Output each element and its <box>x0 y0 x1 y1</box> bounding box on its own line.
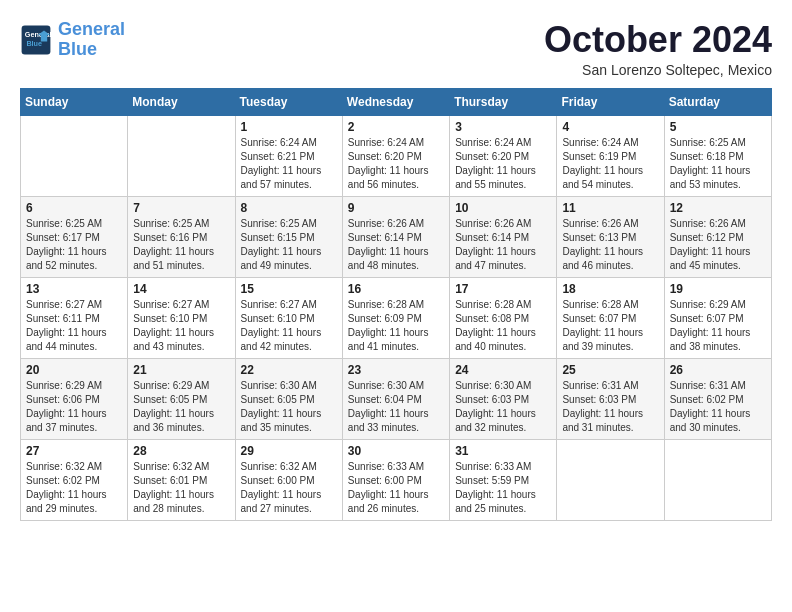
logo-icon: General Blue <box>20 24 52 56</box>
page-header: General Blue General Blue October 2024 S… <box>20 20 772 78</box>
day-number: 24 <box>455 363 551 377</box>
day-number: 27 <box>26 444 122 458</box>
calendar-cell <box>128 115 235 196</box>
calendar-cell: 30Sunrise: 6:33 AM Sunset: 6:00 PM Dayli… <box>342 439 449 520</box>
day-info: Sunrise: 6:27 AM Sunset: 6:11 PM Dayligh… <box>26 298 122 354</box>
calendar-cell <box>664 439 771 520</box>
day-number: 14 <box>133 282 229 296</box>
day-info: Sunrise: 6:28 AM Sunset: 6:09 PM Dayligh… <box>348 298 444 354</box>
calendar-cell: 15Sunrise: 6:27 AM Sunset: 6:10 PM Dayli… <box>235 277 342 358</box>
day-number: 23 <box>348 363 444 377</box>
calendar-cell: 28Sunrise: 6:32 AM Sunset: 6:01 PM Dayli… <box>128 439 235 520</box>
header-row: SundayMondayTuesdayWednesdayThursdayFrid… <box>21 88 772 115</box>
day-info: Sunrise: 6:25 AM Sunset: 6:15 PM Dayligh… <box>241 217 337 273</box>
day-number: 4 <box>562 120 658 134</box>
calendar-cell: 3Sunrise: 6:24 AM Sunset: 6:20 PM Daylig… <box>450 115 557 196</box>
day-number: 20 <box>26 363 122 377</box>
location-subtitle: San Lorenzo Soltepec, Mexico <box>544 62 772 78</box>
calendar-cell: 7Sunrise: 6:25 AM Sunset: 6:16 PM Daylig… <box>128 196 235 277</box>
day-number: 11 <box>562 201 658 215</box>
calendar-cell: 24Sunrise: 6:30 AM Sunset: 6:03 PM Dayli… <box>450 358 557 439</box>
calendar-cell: 23Sunrise: 6:30 AM Sunset: 6:04 PM Dayli… <box>342 358 449 439</box>
day-number: 19 <box>670 282 766 296</box>
calendar-cell: 6Sunrise: 6:25 AM Sunset: 6:17 PM Daylig… <box>21 196 128 277</box>
day-info: Sunrise: 6:24 AM Sunset: 6:21 PM Dayligh… <box>241 136 337 192</box>
day-number: 6 <box>26 201 122 215</box>
logo-blue: Blue <box>58 39 97 59</box>
day-number: 16 <box>348 282 444 296</box>
calendar-cell <box>21 115 128 196</box>
calendar-cell: 14Sunrise: 6:27 AM Sunset: 6:10 PM Dayli… <box>128 277 235 358</box>
calendar-cell: 19Sunrise: 6:29 AM Sunset: 6:07 PM Dayli… <box>664 277 771 358</box>
day-info: Sunrise: 6:31 AM Sunset: 6:02 PM Dayligh… <box>670 379 766 435</box>
header-wednesday: Wednesday <box>342 88 449 115</box>
day-number: 5 <box>670 120 766 134</box>
calendar-body: 1Sunrise: 6:24 AM Sunset: 6:21 PM Daylig… <box>21 115 772 520</box>
day-info: Sunrise: 6:29 AM Sunset: 6:07 PM Dayligh… <box>670 298 766 354</box>
day-info: Sunrise: 6:27 AM Sunset: 6:10 PM Dayligh… <box>241 298 337 354</box>
day-number: 29 <box>241 444 337 458</box>
day-info: Sunrise: 6:25 AM Sunset: 6:17 PM Dayligh… <box>26 217 122 273</box>
day-info: Sunrise: 6:27 AM Sunset: 6:10 PM Dayligh… <box>133 298 229 354</box>
day-number: 21 <box>133 363 229 377</box>
calendar-cell <box>557 439 664 520</box>
week-row-4: 20Sunrise: 6:29 AM Sunset: 6:06 PM Dayli… <box>21 358 772 439</box>
header-friday: Friday <box>557 88 664 115</box>
calendar-cell: 5Sunrise: 6:25 AM Sunset: 6:18 PM Daylig… <box>664 115 771 196</box>
day-number: 28 <box>133 444 229 458</box>
day-info: Sunrise: 6:26 AM Sunset: 6:14 PM Dayligh… <box>455 217 551 273</box>
calendar-cell: 16Sunrise: 6:28 AM Sunset: 6:09 PM Dayli… <box>342 277 449 358</box>
day-info: Sunrise: 6:24 AM Sunset: 6:20 PM Dayligh… <box>455 136 551 192</box>
calendar-cell: 18Sunrise: 6:28 AM Sunset: 6:07 PM Dayli… <box>557 277 664 358</box>
day-info: Sunrise: 6:30 AM Sunset: 6:04 PM Dayligh… <box>348 379 444 435</box>
calendar-cell: 25Sunrise: 6:31 AM Sunset: 6:03 PM Dayli… <box>557 358 664 439</box>
day-info: Sunrise: 6:33 AM Sunset: 5:59 PM Dayligh… <box>455 460 551 516</box>
day-info: Sunrise: 6:30 AM Sunset: 6:05 PM Dayligh… <box>241 379 337 435</box>
day-number: 17 <box>455 282 551 296</box>
header-saturday: Saturday <box>664 88 771 115</box>
week-row-1: 1Sunrise: 6:24 AM Sunset: 6:21 PM Daylig… <box>21 115 772 196</box>
day-number: 15 <box>241 282 337 296</box>
calendar-cell: 29Sunrise: 6:32 AM Sunset: 6:00 PM Dayli… <box>235 439 342 520</box>
header-thursday: Thursday <box>450 88 557 115</box>
day-number: 31 <box>455 444 551 458</box>
calendar-cell: 10Sunrise: 6:26 AM Sunset: 6:14 PM Dayli… <box>450 196 557 277</box>
svg-text:Blue: Blue <box>26 38 42 47</box>
week-row-3: 13Sunrise: 6:27 AM Sunset: 6:11 PM Dayli… <box>21 277 772 358</box>
calendar-cell: 4Sunrise: 6:24 AM Sunset: 6:19 PM Daylig… <box>557 115 664 196</box>
day-number: 7 <box>133 201 229 215</box>
day-info: Sunrise: 6:24 AM Sunset: 6:20 PM Dayligh… <box>348 136 444 192</box>
calendar-cell: 26Sunrise: 6:31 AM Sunset: 6:02 PM Dayli… <box>664 358 771 439</box>
day-number: 25 <box>562 363 658 377</box>
calendar-cell: 8Sunrise: 6:25 AM Sunset: 6:15 PM Daylig… <box>235 196 342 277</box>
day-number: 22 <box>241 363 337 377</box>
calendar-cell: 22Sunrise: 6:30 AM Sunset: 6:05 PM Dayli… <box>235 358 342 439</box>
calendar-cell: 17Sunrise: 6:28 AM Sunset: 6:08 PM Dayli… <box>450 277 557 358</box>
day-info: Sunrise: 6:32 AM Sunset: 6:01 PM Dayligh… <box>133 460 229 516</box>
calendar-cell: 2Sunrise: 6:24 AM Sunset: 6:20 PM Daylig… <box>342 115 449 196</box>
header-monday: Monday <box>128 88 235 115</box>
calendar-cell: 13Sunrise: 6:27 AM Sunset: 6:11 PM Dayli… <box>21 277 128 358</box>
day-number: 10 <box>455 201 551 215</box>
logo-text: General Blue <box>58 20 125 60</box>
day-info: Sunrise: 6:24 AM Sunset: 6:19 PM Dayligh… <box>562 136 658 192</box>
logo: General Blue General Blue <box>20 20 125 60</box>
header-sunday: Sunday <box>21 88 128 115</box>
day-info: Sunrise: 6:31 AM Sunset: 6:03 PM Dayligh… <box>562 379 658 435</box>
calendar-cell: 1Sunrise: 6:24 AM Sunset: 6:21 PM Daylig… <box>235 115 342 196</box>
day-number: 8 <box>241 201 337 215</box>
calendar-header: SundayMondayTuesdayWednesdayThursdayFrid… <box>21 88 772 115</box>
day-info: Sunrise: 6:30 AM Sunset: 6:03 PM Dayligh… <box>455 379 551 435</box>
logo-general: General <box>58 19 125 39</box>
month-title: October 2024 <box>544 20 772 60</box>
calendar-cell: 21Sunrise: 6:29 AM Sunset: 6:05 PM Dayli… <box>128 358 235 439</box>
day-info: Sunrise: 6:32 AM Sunset: 6:00 PM Dayligh… <box>241 460 337 516</box>
calendar-cell: 9Sunrise: 6:26 AM Sunset: 6:14 PM Daylig… <box>342 196 449 277</box>
day-number: 18 <box>562 282 658 296</box>
week-row-2: 6Sunrise: 6:25 AM Sunset: 6:17 PM Daylig… <box>21 196 772 277</box>
day-info: Sunrise: 6:28 AM Sunset: 6:07 PM Dayligh… <box>562 298 658 354</box>
day-info: Sunrise: 6:29 AM Sunset: 6:06 PM Dayligh… <box>26 379 122 435</box>
day-number: 30 <box>348 444 444 458</box>
week-row-5: 27Sunrise: 6:32 AM Sunset: 6:02 PM Dayli… <box>21 439 772 520</box>
day-info: Sunrise: 6:26 AM Sunset: 6:13 PM Dayligh… <box>562 217 658 273</box>
